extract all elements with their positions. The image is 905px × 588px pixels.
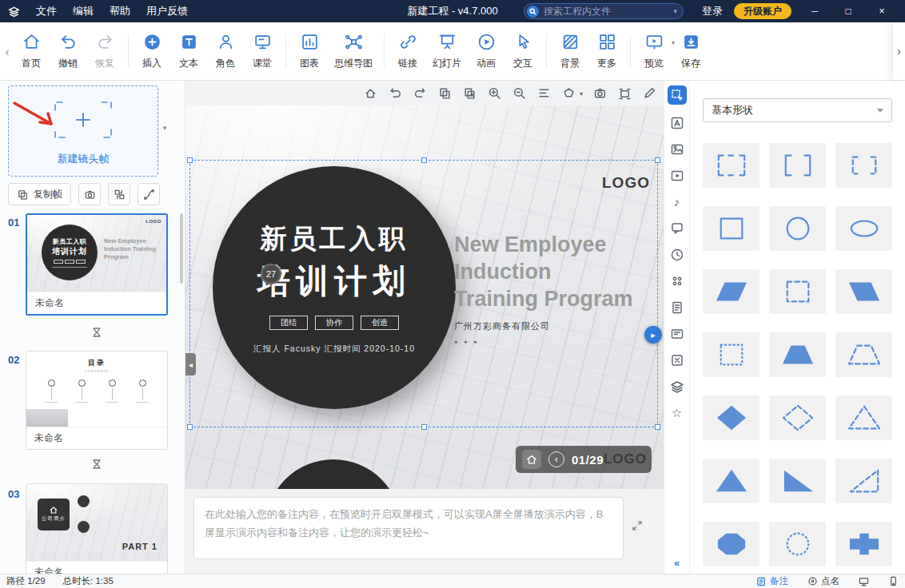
- close-button[interactable]: ×: [865, 0, 899, 22]
- ribbon-home[interactable]: 首页: [13, 32, 50, 70]
- ribbon-character[interactable]: 角色: [207, 32, 244, 70]
- image-tool-button[interactable]: [668, 141, 686, 157]
- delete-object-button[interactable]: [668, 352, 686, 368]
- camera-icon[interactable]: [593, 86, 608, 101]
- frame-type-caret-icon[interactable]: ▾: [159, 122, 170, 133]
- shape-tool-caret-icon[interactable]: ▾: [580, 90, 583, 97]
- shape-brackets[interactable]: [769, 143, 826, 188]
- widgets-tool-button[interactable]: [668, 272, 686, 289]
- indicator-home-button[interactable]: [522, 450, 541, 469]
- slide-title-circle[interactable]: 新员工入职 培训计划 团结 协作 创造 汇报人 Facusky 汇报时间 202…: [213, 166, 456, 409]
- dual-screen-button[interactable]: [859, 576, 869, 586]
- slide-logo-text[interactable]: LOGO: [602, 174, 650, 192]
- ribbon-classroom[interactable]: 课堂: [244, 32, 281, 70]
- shape-trapezoid[interactable]: [769, 332, 826, 377]
- menu-file[interactable]: 文件: [36, 4, 57, 18]
- shape-brackets-dashed[interactable]: [835, 143, 892, 188]
- copy-frame-button[interactable]: 复制帧: [8, 183, 71, 205]
- shape-triangle[interactable]: [703, 459, 759, 503]
- audio-tool-button[interactable]: ♪: [668, 193, 686, 210]
- copy-icon[interactable]: [438, 86, 452, 101]
- resize-handle[interactable]: [655, 424, 660, 430]
- menu-help[interactable]: 帮助: [110, 4, 130, 18]
- path-curve-button[interactable]: [138, 183, 160, 205]
- ribbon-save[interactable]: 保存: [672, 32, 709, 70]
- notes-input[interactable]: [205, 505, 612, 551]
- zoom-in-icon[interactable]: [488, 86, 502, 101]
- shape-square-outline[interactable]: [703, 206, 759, 251]
- rotate-left-icon[interactable]: [389, 86, 403, 101]
- shape-camera-frame[interactable]: [703, 143, 759, 188]
- shape-cross[interactable]: [835, 522, 892, 566]
- select-tool-button[interactable]: [668, 85, 687, 105]
- search-dropdown-caret-icon[interactable]: ▾: [673, 7, 677, 15]
- ribbon-scroll-left[interactable]: ‹: [2, 45, 13, 58]
- upgrade-account-button[interactable]: 升级账户: [734, 3, 791, 19]
- mobile-remote-button[interactable]: [888, 576, 899, 586]
- search-input[interactable]: [544, 6, 668, 17]
- resize-handle[interactable]: [655, 157, 660, 163]
- expand-right-button[interactable]: ▸: [644, 326, 662, 344]
- indicator-prev-button[interactable]: ‹: [548, 451, 564, 467]
- ribbon-redo[interactable]: 恢复: [86, 32, 123, 70]
- ribbon-background[interactable]: 背景: [552, 32, 588, 70]
- ribbon-chart[interactable]: 图表: [291, 32, 328, 70]
- slide-name[interactable]: 未命名: [27, 292, 166, 314]
- shape-right-triangle-dashed[interactable]: [835, 459, 892, 503]
- ribbon-preview[interactable]: ▾ 预览: [636, 32, 672, 70]
- edit-pencil-icon[interactable]: [643, 86, 657, 101]
- whiteboard-tool-button[interactable]: [668, 325, 686, 342]
- text-tool-button[interactable]: [668, 114, 686, 131]
- shape-trapezoid-dashed[interactable]: [835, 332, 892, 377]
- collapse-left-tab[interactable]: ◂: [185, 353, 196, 375]
- menu-feedback[interactable]: 用户反馈: [146, 4, 188, 18]
- slide-thumbnail-3[interactable]: 公司简介 PART 1 未命名: [26, 483, 168, 574]
- collapse-panel-icon[interactable]: «: [664, 557, 689, 569]
- ribbon-scroll-right[interactable]: ›: [893, 22, 905, 80]
- resize-handle[interactable]: [187, 424, 193, 430]
- ribbon-interaction[interactable]: 交互: [504, 32, 541, 70]
- animation-count-badge[interactable]: 27: [261, 264, 281, 284]
- shape-triangle-dashed[interactable]: [835, 395, 892, 440]
- camera-frame-capture-icon[interactable]: [618, 86, 632, 101]
- shape-circle-dotted[interactable]: [769, 522, 826, 566]
- ribbon-link[interactable]: 链接: [389, 32, 426, 70]
- minimize-button[interactable]: ─: [798, 0, 831, 22]
- shape-category-dropdown[interactable]: 基本形状: [703, 98, 892, 122]
- resize-handle[interactable]: [187, 157, 193, 163]
- canvas-home-icon[interactable]: [364, 86, 378, 101]
- login-button[interactable]: 登录: [702, 0, 723, 22]
- notes-toggle-button[interactable]: 备注: [756, 575, 788, 587]
- layers-tool-button[interactable]: [668, 378, 686, 395]
- ribbon-animation[interactable]: 动画: [468, 32, 504, 70]
- shape-parallelogram[interactable]: [703, 269, 759, 314]
- slide-thumbnail-1[interactable]: LOGO 新员工入职 培训计划 New Employee Induction T…: [26, 213, 168, 316]
- comment-tool-button[interactable]: [668, 220, 686, 236]
- resize-handle[interactable]: [421, 157, 427, 163]
- slide-thumbnail-2[interactable]: 目录 CONTENTS 未命名: [26, 351, 168, 450]
- slide-name[interactable]: 未命名: [26, 427, 167, 449]
- notes-expand-icon[interactable]: [630, 518, 644, 533]
- rotate-right-icon[interactable]: [413, 86, 428, 101]
- zoom-out-icon[interactable]: [512, 86, 527, 101]
- resize-handle[interactable]: [421, 424, 427, 430]
- shape-square-dashed[interactable]: [769, 269, 826, 314]
- ribbon-text[interactable]: 文本: [170, 32, 207, 70]
- snapshot-frame-button[interactable]: [78, 183, 101, 205]
- timer-tool-button[interactable]: [668, 246, 686, 263]
- shape-circle-outline[interactable]: [769, 206, 826, 251]
- transition-effect-icon[interactable]: [90, 457, 104, 471]
- shape-parallelogram-right[interactable]: [835, 269, 892, 314]
- project-search[interactable]: ▾: [524, 3, 684, 19]
- rollcall-button[interactable]: 点名: [807, 575, 839, 587]
- shape-octagon[interactable]: [703, 522, 759, 566]
- ribbon-more[interactable]: 更多: [588, 32, 625, 70]
- shape-right-triangle[interactable]: [769, 459, 826, 503]
- shape-diamond[interactable]: [703, 395, 759, 440]
- video-tool-button[interactable]: [668, 167, 686, 184]
- ribbon-undo[interactable]: 撤销: [50, 32, 86, 70]
- frames-scrollbar[interactable]: [180, 213, 183, 284]
- ribbon-mindmap[interactable]: 思维导图: [328, 32, 379, 70]
- shape-tool-icon[interactable]: [562, 86, 576, 101]
- document-tool-button[interactable]: [668, 299, 686, 316]
